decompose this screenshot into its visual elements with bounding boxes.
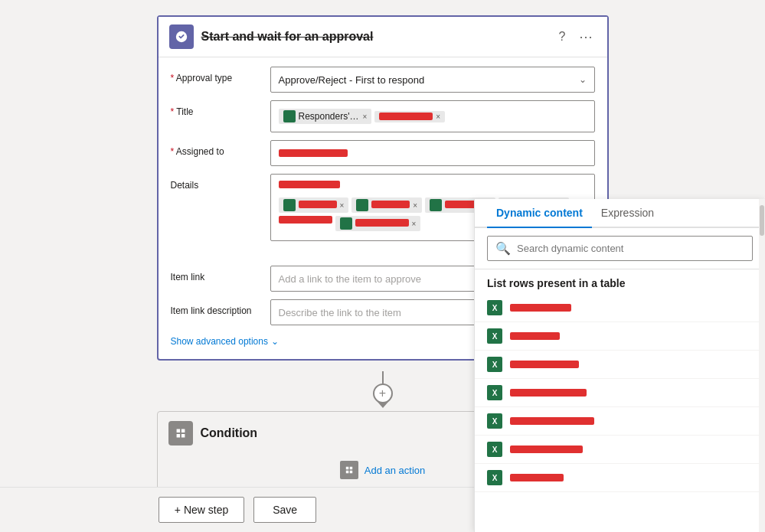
details-tag-close-5[interactable]: ×	[412, 220, 417, 228]
details-tag-text-1	[299, 200, 337, 211]
title-label: Title	[171, 100, 270, 117]
search-box: 🔍	[475, 228, 765, 269]
help-button[interactable]: ?	[556, 28, 569, 45]
right-panel: Dynamic content Expression 🔍 List rows p…	[474, 199, 765, 532]
tag-text-1: Responders' E...	[299, 111, 360, 122]
item-link-label: Item link	[171, 266, 270, 282]
details-tag-text-2	[371, 200, 410, 211]
details-tag-text-5	[355, 218, 409, 229]
excel-icon-item-3: X	[487, 357, 502, 372]
condition-icon	[168, 421, 193, 446]
tab-dynamic-content[interactable]: Dynamic content	[487, 199, 592, 228]
panel-tabs: Dynamic content Expression	[475, 199, 765, 228]
add-action-label: Add an action	[365, 465, 426, 476]
connector-line-top	[382, 371, 384, 383]
add-step-between-button[interactable]: +	[373, 383, 393, 403]
tag-close-1[interactable]: ×	[363, 113, 368, 121]
approval-type-dropdown[interactable]: Approve/Reject - First to respond ⌄	[270, 67, 595, 93]
title-tag-2: ×	[374, 111, 445, 122]
assigned-to-label: Assigned to	[171, 140, 270, 157]
list-item-6[interactable]: X	[475, 436, 765, 464]
excel-icon-1	[283, 110, 296, 122]
search-icon: 🔍	[495, 241, 511, 256]
tab-expression[interactable]: Expression	[592, 199, 663, 228]
item-label-6	[510, 446, 583, 453]
panel-list: X X X X X X X	[475, 294, 765, 532]
list-item-2[interactable]: X	[475, 322, 765, 351]
approval-type-row: Approval type Approve/Reject - First to …	[171, 67, 595, 93]
item-label-1	[510, 304, 571, 312]
excel-icon-item-1: X	[487, 300, 502, 315]
title-row: Title Responders' E... × ×	[171, 100, 595, 132]
card-header-actions: ? ···	[556, 28, 597, 47]
panel-section-title: List rows present in a table	[475, 269, 765, 294]
save-button[interactable]: Save	[253, 497, 316, 523]
tag-close-2[interactable]: ×	[436, 113, 440, 121]
item-label-7	[510, 474, 564, 481]
details-tag-1: ×	[279, 197, 349, 213]
title-input[interactable]: Responders' E... × ×	[270, 100, 595, 132]
item-label-3	[510, 361, 579, 368]
details-label: Details	[171, 174, 270, 191]
item-link-description-label: Item link description	[171, 299, 270, 316]
new-step-button[interactable]: + New step	[159, 497, 244, 523]
details-redacted-header	[279, 181, 340, 188]
details-tag-close-2[interactable]: ×	[413, 201, 417, 210]
title-tag-1: Responders' E... ×	[279, 109, 372, 124]
redacted-tag-2	[379, 113, 433, 120]
excel-icon-d3	[430, 199, 442, 211]
approval-type-label: Approval type	[171, 67, 270, 83]
list-item-5[interactable]: X	[475, 407, 765, 436]
chevron-down-icon-advanced: ⌄	[271, 336, 279, 347]
connector-arrow	[378, 402, 388, 408]
panel-scrollbar-thumb	[760, 205, 764, 236]
excel-icon-d1	[283, 199, 296, 211]
details-tag-5: ×	[335, 216, 421, 231]
add-action-icon	[340, 461, 358, 479]
list-item-4[interactable]: X	[475, 379, 765, 407]
item-label-4	[510, 389, 587, 397]
excel-icon-item-6: X	[487, 442, 502, 457]
card-header: Start and wait for an approval ? ···	[159, 17, 607, 57]
approval-icon	[169, 24, 194, 49]
show-advanced-button[interactable]: Show advanced options ⌄	[171, 333, 279, 350]
more-actions-button[interactable]: ···	[576, 28, 596, 47]
panel-scrollbar[interactable]	[759, 199, 765, 532]
details-tag-close-1[interactable]: ×	[340, 201, 345, 210]
details-tag-2: ×	[351, 197, 422, 213]
list-item-7[interactable]: X	[475, 464, 765, 492]
search-input-wrap: 🔍	[487, 236, 753, 261]
list-item-3[interactable]: X	[475, 351, 765, 379]
item-label-2	[510, 332, 560, 340]
excel-icon-item-5: X	[487, 413, 502, 429]
search-input[interactable]	[517, 243, 744, 254]
assigned-to-row: Assigned to	[171, 140, 595, 166]
item-label-5	[510, 417, 594, 425]
excel-icon-d2	[356, 199, 368, 211]
excel-icon-item-4: X	[487, 385, 502, 400]
assigned-to-value	[279, 149, 348, 157]
connector-between-cards: +	[373, 371, 393, 408]
approval-type-value: Approve/Reject - First to respond	[279, 74, 425, 86]
ellipsis-icon: ···	[579, 29, 593, 44]
add-action-button[interactable]: Add an action	[334, 455, 432, 485]
title-tags: Responders' E... × ×	[279, 106, 446, 127]
item-link-placeholder: Add a link to the item to approve	[279, 273, 421, 285]
item-link-description-placeholder: Describe the link to the item	[279, 307, 401, 318]
bottom-bar: + New step Save	[0, 487, 475, 532]
chevron-down-icon: ⌄	[579, 74, 587, 85]
assigned-to-input[interactable]	[270, 140, 595, 166]
excel-icon-item-7: X	[487, 470, 502, 485]
list-item-1[interactable]: X	[475, 294, 765, 322]
details-redacted-2	[279, 216, 332, 224]
excel-icon-d5	[340, 217, 352, 230]
card-title: Start and wait for an approval	[201, 30, 556, 44]
excel-icon-item-2: X	[487, 328, 502, 344]
show-advanced-label: Show advanced options	[171, 336, 268, 347]
